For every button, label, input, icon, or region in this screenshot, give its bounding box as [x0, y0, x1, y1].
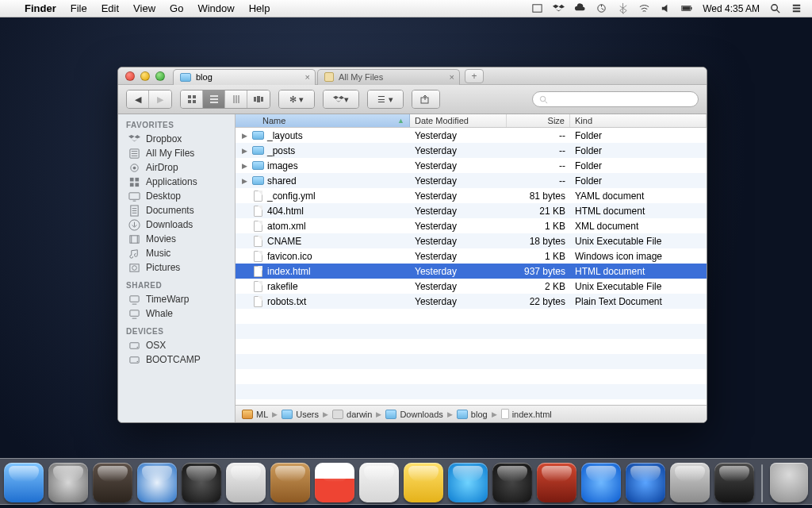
- file-icon: [251, 281, 264, 292]
- sidebar-item-dropbox[interactable]: Dropbox: [118, 132, 235, 146]
- dock-app-terminal[interactable]: [714, 463, 754, 502]
- minimize-button[interactable]: [140, 71, 150, 81]
- menu-go[interactable]: Go: [163, 2, 190, 14]
- file-row[interactable]: CNAMEYesterday18 bytesUnix Executable Fi…: [236, 233, 707, 248]
- path-crumb[interactable]: ML: [242, 410, 268, 419]
- sidebar-item-applications[interactable]: Applications: [118, 175, 235, 189]
- file-row[interactable]: index.htmlYesterday937 bytesHTML documen…: [236, 264, 707, 279]
- action-button[interactable]: ✻ ▾: [279, 90, 314, 108]
- search-input[interactable]: [552, 94, 691, 104]
- file-row[interactable]: atom.xmlYesterday1 KBXML document: [236, 218, 707, 233]
- disclosure-icon[interactable]: ▶: [240, 132, 248, 140]
- dropbox-button[interactable]: ▾: [324, 90, 358, 108]
- cloud-status-icon[interactable]: [574, 2, 586, 14]
- bluetooth-icon[interactable]: [617, 2, 629, 14]
- file-row[interactable]: ▶_postsYesterday--Folder: [236, 143, 707, 158]
- sidebar-item-bootcamp[interactable]: BOOTCAMP: [118, 352, 235, 367]
- share-button[interactable]: [412, 90, 439, 108]
- dock-app-reminders[interactable]: [359, 463, 399, 502]
- search-field[interactable]: [532, 91, 699, 107]
- path-crumb[interactable]: Downloads: [385, 410, 442, 419]
- path-crumb[interactable]: index.html: [501, 409, 552, 419]
- sidebar-item-pictures[interactable]: Pictures: [118, 260, 235, 275]
- sidebar-item-airdrop[interactable]: AirDrop: [118, 160, 235, 175]
- new-tab-button[interactable]: +: [465, 69, 484, 83]
- notification-center-icon[interactable]: [791, 2, 802, 14]
- dock-app-calendar[interactable]: [315, 463, 354, 502]
- sidebar-item-timewarp[interactable]: TimeWarp: [118, 292, 235, 306]
- coverflow-view-button[interactable]: [247, 90, 270, 108]
- tab-blog[interactable]: blog ×: [173, 69, 316, 85]
- disclosure-icon[interactable]: ▶: [240, 147, 248, 155]
- dock-app-settings[interactable]: [670, 463, 710, 502]
- disclosure-icon[interactable]: ▶: [240, 162, 248, 170]
- dock-app-mail[interactable]: [226, 463, 266, 502]
- icon-view-button[interactable]: [181, 90, 203, 108]
- menu-window[interactable]: Window: [190, 2, 241, 14]
- path-crumb[interactable]: Users: [282, 410, 319, 419]
- column-date[interactable]: Date Modified: [410, 114, 507, 127]
- disclosure-icon[interactable]: ▶: [240, 177, 248, 185]
- spotlight-icon[interactable]: [769, 2, 781, 14]
- tab-all-my-files[interactable]: All My Files ×: [317, 69, 460, 85]
- sidebar-item-osx[interactable]: OSX: [118, 338, 235, 352]
- titlebar[interactable]: blog × All My Files × +: [118, 67, 707, 85]
- dock-trash[interactable]: [770, 463, 808, 502]
- file-row[interactable]: ▶sharedYesterday--Folder: [236, 173, 707, 188]
- tab-close-icon[interactable]: ×: [305, 72, 310, 82]
- menu-extra-icon[interactable]: [531, 2, 543, 14]
- volume-icon[interactable]: [660, 2, 672, 14]
- file-row[interactable]: favicon.icoYesterday1 KBWindows icon ima…: [236, 248, 707, 264]
- clock[interactable]: Wed 4:35 AM: [703, 3, 760, 14]
- menu-view[interactable]: View: [126, 2, 163, 14]
- file-row[interactable]: _config.ymlYesterday81 bytesYAML documen…: [236, 188, 707, 203]
- battery-icon[interactable]: [681, 2, 693, 14]
- sidebar-item-downloads[interactable]: Downloads: [118, 217, 235, 232]
- file-row[interactable]: ▶imagesYesterday--Folder: [236, 158, 707, 173]
- forward-button[interactable]: ▶: [149, 90, 171, 108]
- sidebar-item-all-my-files[interactable]: All My Files: [118, 146, 235, 160]
- sidebar-item-documents[interactable]: Documents: [118, 203, 235, 217]
- column-size[interactable]: Size: [507, 114, 570, 127]
- dock-app-photobooth[interactable]: [537, 463, 576, 502]
- menu-file[interactable]: File: [63, 2, 94, 14]
- dock-app-facetime[interactable]: [492, 463, 532, 502]
- sidebar-item-desktop[interactable]: Desktop: [118, 189, 235, 203]
- sidebar-item-whale[interactable]: Whale: [118, 306, 235, 321]
- tab-close-icon[interactable]: ×: [450, 72, 454, 82]
- sync-status-icon[interactable]: [596, 2, 607, 14]
- list-view-button[interactable]: [203, 90, 225, 108]
- file-row[interactable]: ▶_layoutsYesterday--Folder: [236, 128, 707, 143]
- close-button[interactable]: [125, 71, 135, 81]
- dropbox-icon: [128, 133, 140, 144]
- column-view-button[interactable]: [225, 90, 247, 108]
- file-row[interactable]: 404.htmlYesterday21 KBHTML document: [236, 203, 707, 218]
- zoom-button[interactable]: [155, 71, 165, 81]
- path-crumb[interactable]: darwin: [332, 410, 372, 419]
- file-row[interactable]: rakefileYesterday2 KBUnix Executable Fil…: [236, 279, 707, 294]
- column-name[interactable]: Name▲: [236, 114, 410, 127]
- dock-app-itunes[interactable]: [581, 463, 621, 502]
- dock-app-messages[interactable]: [448, 463, 488, 502]
- dock-app-launchpad[interactable]: [48, 463, 88, 502]
- column-kind[interactable]: Kind: [570, 114, 707, 127]
- menu-help[interactable]: Help: [242, 2, 278, 14]
- sidebar-item-movies[interactable]: Movies: [118, 232, 235, 246]
- path-crumb[interactable]: blog: [457, 410, 488, 419]
- dock-app-safari[interactable]: [137, 463, 177, 502]
- path-icon: [501, 409, 509, 419]
- dock-app-notes[interactable]: [404, 463, 443, 502]
- dock-app-mission[interactable]: [93, 463, 132, 502]
- menu-edit[interactable]: Edit: [94, 2, 126, 14]
- arrange-button[interactable]: ☰ ▾: [368, 90, 403, 108]
- wifi-icon[interactable]: [638, 2, 650, 14]
- dock-app-finder[interactable]: [4, 463, 44, 502]
- file-row[interactable]: robots.txtYesterday22 bytesPlain Text Do…: [236, 294, 707, 309]
- back-button[interactable]: ◀: [127, 90, 149, 108]
- app-name[interactable]: Finder: [17, 2, 63, 14]
- dock-app-appstore[interactable]: [626, 463, 665, 502]
- dock-app-dashboard[interactable]: [182, 463, 221, 502]
- sidebar-item-music[interactable]: Music: [118, 246, 235, 260]
- dropbox-status-icon[interactable]: [553, 2, 565, 14]
- dock-app-contacts[interactable]: [270, 463, 310, 502]
